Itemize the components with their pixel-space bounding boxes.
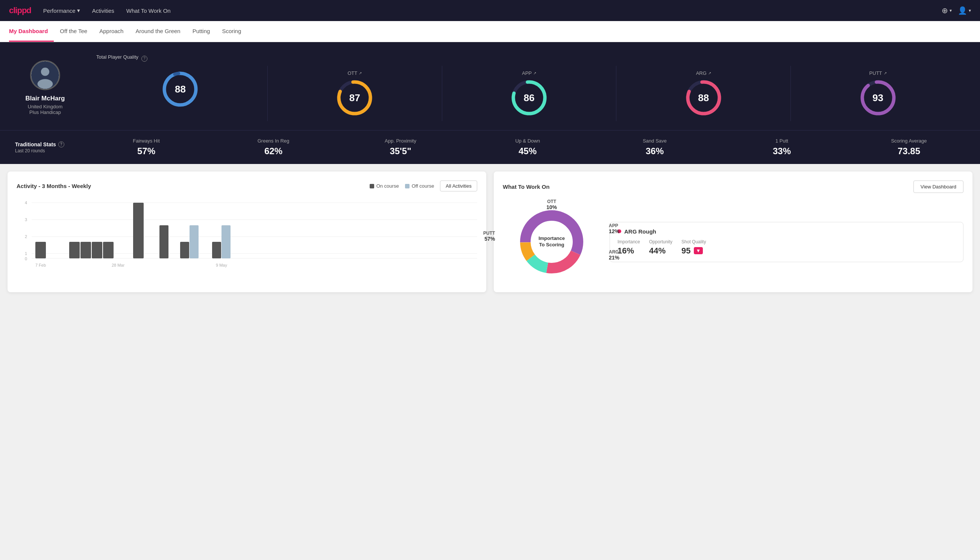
score-ott-value: 87	[349, 92, 360, 104]
stat-up-down: Up & Down 45%	[472, 138, 584, 157]
svg-text:0: 0	[25, 257, 27, 261]
shot-quality-badge: ▼	[694, 247, 703, 254]
user-menu[interactable]: 👤 ▾	[958, 6, 971, 15]
stat-proximity: App. Proximity 35'5"	[344, 138, 456, 157]
svg-text:1: 1	[25, 251, 27, 256]
add-button[interactable]: ⊕ ▾	[942, 6, 952, 15]
tab-putting[interactable]: Putting	[186, 21, 216, 42]
bar-9-on	[133, 203, 144, 258]
work-on-header: What To Work On View Dashboard	[503, 180, 963, 193]
gauge-total: 88	[161, 70, 199, 108]
stats-row: Traditional Stats ? Last 20 rounds Fairw…	[0, 130, 980, 164]
nav-links: Performance ▾ Activities What To Work On	[43, 7, 171, 14]
arrow-icon-app: ↗	[533, 71, 536, 75]
stat-scoring-avg: Scoring Average 73.85	[853, 138, 965, 157]
legend-off-course-dot	[405, 184, 409, 188]
activity-card: Activity - 3 Months - Weekly On course O…	[8, 172, 486, 292]
arrow-icon-arg: ↗	[708, 71, 711, 75]
x-label-mar: 28 Mar	[112, 263, 125, 267]
donut-container: Importance To Scoring OTT 10% APP 12% AR…	[503, 200, 601, 283]
donut-label-ott: OTT 10%	[546, 199, 557, 210]
score-card-total: 88	[93, 66, 267, 121]
stat-fairways: Fairways Hit 57%	[90, 138, 202, 157]
tab-approach[interactable]: Approach	[93, 21, 129, 42]
tab-bar: My Dashboard Off the Tee Approach Around…	[0, 21, 980, 42]
all-activities-button[interactable]: All Activities	[440, 180, 477, 192]
ott-label-text: OTT	[546, 199, 557, 204]
chevron-down-icon-user: ▾	[969, 8, 971, 13]
nav-what-to-work-on[interactable]: What To Work On	[126, 8, 171, 14]
bar-chart-svg: 4 3 2 1 0	[17, 199, 477, 270]
bar-chart: 4 3 2 1 0	[17, 199, 477, 282]
gauge-app: 86	[510, 79, 548, 117]
info-card-title: ARG Rough	[617, 228, 955, 235]
activity-title: Activity - 3 Months - Weekly	[17, 183, 91, 189]
metric-shot-quality: Shot Quality 95 ▼	[681, 239, 706, 256]
what-to-work-on-card: What To Work On View Dashboard Importanc…	[494, 172, 972, 292]
chevron-down-icon: ▾	[77, 7, 80, 14]
bar-12-off	[221, 225, 231, 258]
donut-svg: Importance To Scoring	[503, 200, 601, 283]
donut-center-line2: To Scoring	[539, 242, 564, 247]
svg-point-1	[41, 68, 49, 76]
donut-label-app: APP 12%	[609, 223, 619, 234]
score-label-putt: PUTT ↗	[869, 70, 887, 76]
metric-importance-label: Importance	[617, 239, 640, 245]
gauge-putt: 93	[859, 79, 897, 117]
hero-section: Blair McHarg United Kingdom Plus Handica…	[0, 42, 980, 130]
bar-10-on	[160, 225, 168, 258]
bar-11-off	[190, 225, 198, 258]
bottom-section: Activity - 3 Months - Weekly On course O…	[0, 164, 980, 300]
stat-sand-save: Sand Save 36%	[599, 138, 711, 157]
putt-pct-text: 57%	[483, 236, 495, 242]
stat-one-putt: 1 Putt 33%	[726, 138, 838, 157]
chevron-down-icon-add: ▾	[950, 8, 952, 13]
svg-text:2: 2	[25, 234, 27, 239]
score-arg-value: 88	[698, 92, 709, 104]
stats-subtitle: Last 20 rounds	[15, 148, 75, 153]
player-handicap: Plus Handicap	[29, 110, 61, 115]
app-pct-text: 12%	[609, 228, 619, 234]
tab-around-the-green[interactable]: Around the Green	[129, 21, 186, 42]
score-app-value: 86	[524, 92, 535, 104]
metric-importance-value: 16%	[617, 246, 640, 256]
plus-icon: ⊕	[942, 6, 948, 15]
gauge-ott: 87	[336, 79, 373, 117]
score-label-arg: ARG ↗	[696, 70, 711, 76]
legend-on-course-dot	[369, 184, 374, 188]
score-label-ott: OTT ↗	[348, 70, 362, 76]
info-card: ARG Rough Importance 16% Opportunity 44%…	[610, 222, 963, 262]
bar-5-on	[69, 242, 80, 258]
score-card-app: APP ↗ 86	[442, 66, 616, 121]
score-card-arg: ARG ↗ 88	[616, 66, 790, 121]
metric-opportunity: Opportunity 44%	[649, 239, 672, 256]
avatar	[30, 60, 60, 90]
arrow-icon: ↗	[359, 71, 362, 75]
help-icon[interactable]: ?	[141, 56, 147, 62]
nav-right: ⊕ ▾ 👤 ▾	[942, 6, 971, 15]
arg-pct-text: 21%	[609, 255, 619, 261]
stats-label-group: Traditional Stats ? Last 20 rounds	[15, 142, 75, 153]
view-dashboard-button[interactable]: View Dashboard	[913, 180, 963, 193]
stats-help-icon[interactable]: ?	[58, 142, 64, 147]
info-card-tag: ARG Rough	[624, 228, 656, 235]
svg-point-2	[38, 79, 53, 89]
tab-my-dashboard[interactable]: My Dashboard	[9, 21, 54, 42]
activity-card-header: Activity - 3 Months - Weekly On course O…	[17, 180, 477, 192]
bar-11-on	[180, 242, 189, 258]
nav-activities[interactable]: Activities	[92, 8, 114, 14]
svg-text:4: 4	[25, 200, 27, 205]
player-country: United Kingdom	[28, 104, 63, 110]
stats-title: Traditional Stats ?	[15, 142, 75, 147]
score-label-app: APP ↗	[522, 70, 536, 76]
user-icon: 👤	[958, 6, 967, 15]
tab-scoring[interactable]: Scoring	[216, 21, 247, 42]
bar-1-on	[35, 242, 46, 258]
metric-importance: Importance 16%	[617, 239, 640, 256]
legend-on-course: On course	[369, 183, 399, 189]
nav-performance[interactable]: Performance ▾	[43, 7, 80, 14]
tab-off-the-tee[interactable]: Off the Tee	[54, 21, 93, 42]
arrow-icon-putt: ↗	[884, 71, 887, 75]
player-info: Blair McHarg United Kingdom Plus Handica…	[15, 60, 75, 115]
arg-label-text: ARG	[609, 249, 619, 255]
